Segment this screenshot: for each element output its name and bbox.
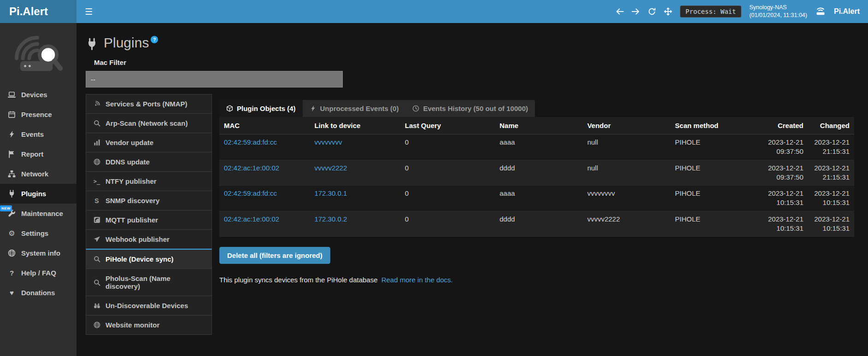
sidebar-item-events[interactable]: Events [0, 124, 76, 144]
device-link[interactable]: 172.30.0.2 [314, 215, 347, 223]
last-query-cell: 0 [400, 160, 495, 186]
navbar: ☰ Process: Wait Synology-NAS (01/01/2024… [76, 0, 868, 23]
sidebar-item-label: Plugins [21, 190, 46, 198]
fullscreen-icon[interactable] [664, 7, 672, 16]
sidebar-item-help-faq[interactable]: ? Help / FAQ [0, 263, 76, 283]
presence-icon [7, 111, 16, 118]
plugin-item-pihole-device-sync[interactable]: PiHole (Device sync) [86, 249, 212, 269]
table-row: 02:42:ac:1e:00:02172.30.0.20ddddvvvvv222… [219, 211, 854, 237]
sidebar-item-network[interactable]: Network [0, 164, 76, 184]
sidebar-item-label: Settings [21, 229, 48, 237]
device-link[interactable]: vvvvv2222 [314, 164, 347, 172]
binoculars-icon [93, 302, 101, 309]
table-row: 02:42:59:ad:fd:cc172.30.0.10aaaavvvvvvvv… [219, 186, 854, 211]
help-badge[interactable]: ? [151, 36, 158, 43]
globe-icon [93, 158, 101, 165]
back-icon[interactable] [616, 7, 624, 16]
plugin-item-pholus-scan-name-discovery[interactable]: Pholus-Scan (Name discovery) [86, 268, 212, 296]
plugin-item-un-discoverable-devices[interactable]: Un-Discoverable Devices [86, 296, 212, 315]
forward-icon[interactable] [632, 7, 640, 16]
plugin-item-services-ports-nmap[interactable]: Services & Ports (NMAP) [86, 94, 212, 114]
device-link[interactable]: vvvvvvvv [314, 138, 342, 146]
changed-cell: 2023-12-21 21:15:31 [808, 160, 854, 186]
table-row: 02:42:ac:1e:00:02vvvvv22220ddddnullPIHOL… [219, 160, 854, 186]
sidebar-item-devices[interactable]: Devices [0, 85, 76, 105]
terminal-icon: >_ [93, 179, 101, 184]
refresh-icon[interactable] [648, 7, 656, 16]
tab-label: Unprocessed Events (0) [320, 105, 399, 112]
navbar-right: Process: Wait Synology-NAS (01/01/2024, … [616, 4, 868, 20]
host-info: Synology-NAS (01/01/2024, 11:31:04) [749, 4, 807, 20]
sidebar-item-label: Devices [21, 91, 47, 99]
plugin-menu: Services & Ports (NMAP) Arp-Scan (Networ… [86, 94, 212, 335]
col-vendor: Vendor [583, 117, 670, 134]
vendor-cell: null [583, 160, 670, 186]
plugin-item-webhook-publisher[interactable]: Webhook publisher [86, 229, 212, 249]
col-created: Created [758, 117, 808, 134]
flag-icon [7, 150, 16, 158]
sidebar-item-settings[interactable]: ⚙ Settings [0, 223, 76, 243]
plugin-note: This plugin syncs devices from the PiHol… [219, 276, 854, 284]
scan-method-cell: PIHOLE [670, 186, 758, 211]
name-cell: dddd [495, 160, 582, 186]
devices-icon [7, 91, 16, 99]
sidebar-toggle-icon[interactable]: ☰ [76, 6, 101, 17]
plugin-item-label: Webhook publisher [106, 235, 170, 243]
plugin-item-ddns-update[interactable]: DDNS update [86, 152, 212, 172]
plugin-item-label: NTFY publisher [106, 177, 157, 185]
col-link-to-device: Link to device [310, 117, 400, 134]
plugin-item-label: PiHole (Device sync) [106, 255, 174, 263]
sidebar-item-report[interactable]: Report [0, 144, 76, 164]
scan-method-cell: PIHOLE [670, 134, 758, 160]
sidebar-item-presence[interactable]: Presence [0, 105, 76, 124]
sidebar-item-plugins[interactable]: Plugins [0, 184, 76, 204]
mac-link[interactable]: 02:42:ac:1e:00:02 [224, 215, 279, 223]
plugin-item-vendor-update[interactable]: Vendor update [86, 133, 212, 152]
docs-link[interactable]: Read more in the docs. [381, 276, 453, 284]
col-last-query: Last Query [400, 117, 495, 134]
changed-cell: 2023-12-21 21:15:31 [808, 134, 854, 160]
tab-label: Events History (50 out of 10000) [423, 105, 528, 112]
sidebar-item-system-info[interactable]: System info [0, 243, 76, 263]
mac-link[interactable]: 02:42:ac:1e:00:02 [224, 164, 279, 172]
last-query-cell: 0 [400, 134, 495, 160]
sidebar-item-label: Network [21, 170, 48, 178]
mac-link[interactable]: 02:42:59:ad:fd:cc [224, 138, 277, 146]
plugin-item-website-monitor[interactable]: Website monitor [86, 315, 212, 335]
tab-unprocessed-events-0[interactable]: Unprocessed Events (0) [303, 100, 406, 117]
created-cell: 2023-12-21 10:15:31 [758, 186, 808, 211]
plugin-item-ntfy-publisher[interactable]: >_ NTFY publisher [86, 171, 212, 191]
mac-link[interactable]: 02:42:59:ad:fd:cc [224, 189, 277, 197]
gear-icon: ⚙ [7, 230, 16, 237]
created-cell: 2023-12-21 10:15:31 [758, 211, 808, 237]
top-navbar: Pi.Alert ☰ Process: Wait Synology-NAS (0… [0, 0, 868, 23]
tab-plugin-objects-4[interactable]: Plugin Objects (4) [219, 100, 303, 117]
tab-events-history-50-out-of-10000[interactable]: Events History (50 out of 10000) [405, 100, 535, 117]
plugin-item-label: Services & Ports (NMAP) [106, 100, 188, 108]
question-icon: ? [7, 269, 16, 276]
plugin-item-label: Website monitor [106, 321, 159, 329]
plugin-panel: Plugin Objects (4) Unprocessed Events (0… [219, 94, 854, 335]
table-header-row: MACLink to deviceLast QueryNameVendorSca… [219, 117, 854, 134]
plugin-item-snmp-discovery[interactable]: S SNMP discovery [86, 191, 212, 210]
sidebar-item-donations[interactable]: ♥ Donations [0, 283, 76, 303]
main-content: Plugins ? Mac Filter Services & Ports (N… [76, 23, 868, 356]
mac-filter-input[interactable] [86, 71, 343, 88]
sidebar-item-maintenance[interactable]: Maintenance NEW [0, 204, 76, 223]
plugin-item-arp-scan-network-scan[interactable]: Arp-Scan (Network scan) [86, 113, 212, 133]
sidebar-item-label: Donations [21, 289, 55, 297]
sidebar-menu: Devices Presence Events Report Network P… [0, 85, 76, 303]
delete-all-button[interactable]: Delete all (filters are ignored) [219, 247, 330, 264]
plugin-item-label: DDNS update [106, 158, 150, 166]
app-logo[interactable]: Pi.Alert [0, 0, 76, 23]
scan-method-cell: PIHOLE [670, 160, 758, 186]
created-cell: 2023-12-21 09:37:50 [758, 160, 808, 186]
host-time: (01/01/2024, 11:31:04) [749, 12, 807, 20]
heart-icon: ♥ [7, 289, 16, 296]
device-link[interactable]: 172.30.0.1 [314, 189, 347, 197]
name-cell: aaaa [495, 134, 582, 160]
plugin-item-label: Pholus-Scan (Name discovery) [106, 274, 205, 290]
plugin-item-label: SNMP discovery [106, 197, 159, 204]
plugin-item-mqtt-publisher[interactable]: MQTT publisher [86, 210, 212, 230]
plugin-item-label: Vendor update [106, 139, 153, 146]
